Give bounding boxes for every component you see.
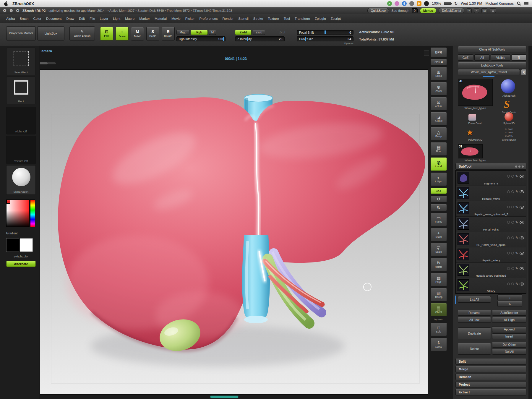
- menu-material[interactable]: Material: [155, 17, 167, 20]
- lightbox-button[interactable]: LightBox: [37, 26, 64, 40]
- sphere3d-thumbnail[interactable]: [505, 112, 513, 121]
- spix-button[interactable]: SPix3: [430, 59, 447, 65]
- rotate-mode-button[interactable]: R Rotate: [162, 27, 175, 40]
- aahalf-button[interactable]: ◪AAHalf: [430, 112, 447, 126]
- subtool-list-scrollbar[interactable]: [455, 296, 456, 304]
- menu-movie[interactable]: Movie: [171, 17, 181, 20]
- menubar-clock[interactable]: Wed 1:30 PM: [461, 1, 482, 6]
- menu-layer[interactable]: Layer: [100, 17, 108, 20]
- duplicate-button[interactable]: Duplicate: [458, 327, 491, 339]
- camera-track-label[interactable]: Camera: [39, 49, 52, 53]
- uv-toggle-icon[interactable]: [511, 283, 514, 285]
- polyframe-button[interactable]: ▦PolyF: [430, 273, 447, 286]
- menu-marker[interactable]: Marker: [139, 17, 150, 20]
- insert-button[interactable]: Insert: [492, 333, 526, 339]
- visibility-eye-icon[interactable]: [520, 252, 524, 255]
- default-zscript-button[interactable]: DefaultZscript: [439, 8, 464, 13]
- window-zoom-button[interactable]: +: [16, 9, 20, 12]
- stroke-rect-button[interactable]: Rect: [6, 77, 36, 104]
- shelf-collapse-left-icon[interactable]: «: [467, 8, 472, 13]
- paint-icon[interactable]: ✎: [515, 267, 518, 270]
- uv-toggle-icon[interactable]: [511, 267, 514, 270]
- active-tool-name-button[interactable]: Whole_liver_ligVen_Caval3: [458, 69, 520, 75]
- gyro-rotate-button[interactable]: ↻Rotate: [430, 258, 447, 271]
- polypaint-toggle-icon[interactable]: [507, 267, 510, 270]
- status-icon-1[interactable]: ✓: [387, 1, 392, 6]
- menu-transform[interactable]: Transform: [295, 17, 310, 20]
- menu-macro[interactable]: Macro: [125, 17, 134, 20]
- goz-button[interactable]: GoZ: [458, 54, 473, 61]
- solo-button[interactable]: □Solo: [430, 322, 447, 336]
- floor-button[interactable]: ▦Floor: [430, 142, 447, 156]
- subtool-row[interactable]: Hepatic artery optimized✎: [456, 263, 526, 278]
- goz-r-button[interactable]: R: [512, 54, 526, 61]
- projection-master-button[interactable]: Projection Master: [6, 26, 36, 40]
- camera-progress-bar[interactable]: [39, 62, 56, 65]
- move-mode-button[interactable]: M Move: [131, 27, 144, 40]
- simplebrush-thumbnail[interactable]: S: [504, 98, 510, 111]
- lsym-button[interactable]: ◐L.Sym: [430, 172, 447, 186]
- rename-button[interactable]: Rename: [458, 310, 491, 316]
- polypaint-toggle-icon[interactable]: [507, 221, 510, 224]
- visibility-eye-icon[interactable]: [520, 221, 524, 224]
- xpose-button[interactable]: ⇕Xpose: [430, 338, 447, 351]
- menu-light[interactable]: Light: [113, 17, 120, 20]
- paint-icon[interactable]: ✎: [515, 236, 518, 240]
- alpha-selector-button[interactable]: Alpha Off: [6, 107, 36, 134]
- menu-stroke[interactable]: Stroke: [253, 17, 263, 20]
- scale-mode-button[interactable]: S Scale: [146, 27, 159, 40]
- visibility-eye-icon[interactable]: [520, 175, 524, 178]
- local-button[interactable]: ◎Local: [430, 157, 447, 171]
- switchcolor-label[interactable]: SwitchColor: [6, 255, 36, 258]
- notification-list-icon[interactable]: [524, 2, 528, 5]
- tool-r-button[interactable]: R: [521, 69, 526, 75]
- section-remesh-bar[interactable]: Remesh: [455, 374, 526, 380]
- canvas-h-scrollbar[interactable]: [210, 396, 238, 398]
- menubar-user[interactable]: Michael Konomos: [486, 1, 514, 6]
- slider-handle[interactable]: [305, 37, 306, 41]
- append-button[interactable]: Append: [492, 326, 526, 332]
- subtool-row[interactable]: Hepatic_veins_optimized_3✎: [456, 201, 526, 217]
- sync-icon[interactable]: ↻: [454, 1, 458, 6]
- document-pages-icon-2[interactable]: ▤: [490, 8, 496, 13]
- edit-mode-button[interactable]: ⊡ Edit: [100, 27, 113, 40]
- alternate-button[interactable]: Alternate: [6, 261, 36, 267]
- paint-icon[interactable]: ✎: [515, 282, 518, 286]
- subtool-move-redo-button[interactable]: ↳: [497, 301, 522, 307]
- gradient-label[interactable]: Gradient: [6, 232, 17, 235]
- delete-button[interactable]: Delete: [458, 343, 491, 355]
- uv-toggle-icon[interactable]: [511, 236, 514, 239]
- del-all-button[interactable]: Del All: [492, 349, 526, 355]
- del-other-button[interactable]: Del Other: [492, 342, 526, 348]
- slider-handle[interactable]: [223, 37, 224, 41]
- subtool-row[interactable]: Hepatic_veins✎: [456, 186, 526, 201]
- menu-document[interactable]: Document: [46, 17, 61, 20]
- transparency-button[interactable]: ▧Transp: [430, 288, 447, 301]
- zsub-button[interactable]: Zsub: [253, 30, 265, 35]
- mrgb-button[interactable]: Mrgb: [176, 30, 189, 35]
- bpr-button[interactable]: BPR: [430, 47, 447, 57]
- goz-visible-button[interactable]: Visible: [491, 54, 510, 61]
- spotlight-search-icon[interactable]: [517, 1, 521, 6]
- autoreorder-button[interactable]: AutoReorder: [492, 310, 526, 316]
- subtool-row[interactable]: Portal_veins✎: [456, 217, 526, 232]
- draw-mode-button[interactable]: + Draw: [116, 27, 129, 40]
- visibility-eye-icon[interactable]: [520, 206, 524, 209]
- clonerbrush-thumbnail[interactable]: CLONE CLONE CLONE: [499, 128, 519, 138]
- menu-texture[interactable]: Texture: [268, 17, 279, 20]
- status-icon-6[interactable]: [424, 1, 429, 6]
- material-selector-button[interactable]: SkinShade4: [6, 165, 36, 195]
- texture-selector-button[interactable]: Texture Off: [6, 136, 36, 164]
- rgb-button[interactable]: Rgb: [191, 30, 208, 35]
- uv-toggle-icon[interactable]: [511, 190, 514, 193]
- section-merge-bar[interactable]: Merge: [455, 366, 526, 372]
- paint-icon[interactable]: ✎: [515, 174, 518, 178]
- menus-toggle-button[interactable]: Menus: [420, 8, 436, 13]
- menu-preferences[interactable]: Preferences: [200, 17, 218, 20]
- ghost-button[interactable]: ▒Ghost: [430, 303, 447, 317]
- polypaint-toggle-icon[interactable]: [507, 252, 510, 254]
- rgb-intensity-slider[interactable]: Rgb Intensity100: [176, 36, 226, 41]
- polypaint-toggle-icon[interactable]: [507, 175, 510, 178]
- zadd-button[interactable]: Zadd: [235, 30, 252, 35]
- subtool-row[interactable]: Billiary✎: [456, 278, 526, 293]
